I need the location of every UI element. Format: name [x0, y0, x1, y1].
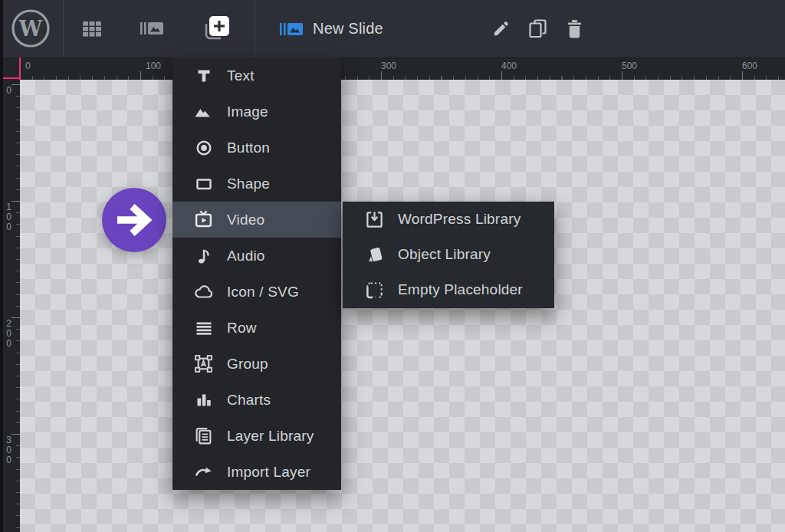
copy-icon: [529, 19, 547, 38]
ruler-label: 0: [25, 61, 31, 71]
menu-item-label: Button: [227, 140, 270, 156]
module-overview-button[interactable]: [81, 18, 103, 39]
horizontal-ruler: 0 100 300 400 500 600: [20, 57, 785, 80]
menu-item-group[interactable]: Group: [172, 346, 341, 382]
toolbar-divider: [255, 0, 255, 57]
toolbar-divider: [63, 0, 64, 57]
menu-item-label: Video: [227, 212, 264, 228]
ruler-label: 100: [146, 61, 161, 71]
slide-editor: W: [0, 0, 785, 532]
add-slide-button[interactable]: [202, 15, 231, 42]
text-icon: [193, 65, 214, 86]
submenu-item-wordpress-library[interactable]: WordPress Library: [343, 202, 554, 237]
menu-item-text[interactable]: Text: [172, 57, 341, 94]
pencil-icon: [492, 20, 510, 38]
menu-item-label: Charts: [227, 392, 271, 409]
menu-item-charts[interactable]: Charts: [172, 382, 341, 418]
horizontal-ruler-major-ticks: [20, 71, 785, 80]
menu-item-label: Row: [227, 320, 257, 337]
import-layer-icon: [193, 461, 214, 482]
new-slide-icon: [279, 21, 304, 38]
submenu-item-object-library[interactable]: Object Library: [343, 237, 554, 272]
add-layer-menu: Text Image Button: [172, 57, 341, 490]
button-icon: [193, 137, 214, 158]
submenu-item-label: Object Library: [398, 246, 491, 263]
wordpress-logo-button[interactable]: W: [11, 8, 51, 48]
ruler-label: 0: [4, 86, 14, 96]
window-left-edge: [0, 0, 3, 532]
menu-item-video[interactable]: Video: [172, 202, 341, 238]
shape-icon: [193, 173, 214, 194]
menu-item-import-layer[interactable]: Import Layer: [172, 454, 341, 490]
slide-title: New Slide: [313, 0, 383, 57]
arrow-right-icon: [102, 188, 166, 252]
menu-item-image[interactable]: Image: [172, 94, 341, 130]
menu-item-label: Icon / SVG: [227, 284, 299, 300]
svg-text:W: W: [18, 17, 43, 41]
ruler-label: 600: [742, 61, 757, 71]
menu-item-label: Import Layer: [227, 464, 310, 481]
tutorial-arrow: [102, 188, 166, 252]
video-icon: [193, 209, 214, 230]
slides-icon: [140, 20, 163, 37]
duplicate-slide-button[interactable]: [528, 18, 547, 38]
grid-icon: [82, 18, 102, 38]
menu-item-layer-library[interactable]: Layer Library: [172, 418, 341, 454]
menu-item-label: Audio: [227, 248, 265, 264]
image-icon: [193, 101, 214, 122]
wordpress-library-icon: [364, 209, 385, 230]
menu-item-audio[interactable]: Audio: [172, 238, 341, 274]
add-slide-icon: [202, 15, 231, 42]
top-toolbar: W: [0, 0, 785, 57]
object-library-icon: [364, 245, 385, 265]
submenu-item-label: Empty Placeholder: [398, 281, 523, 298]
menu-item-label: Shape: [227, 176, 270, 192]
menu-item-label: Text: [227, 67, 255, 84]
wordpress-logo-icon: W: [11, 8, 51, 48]
menu-item-button[interactable]: Button: [172, 130, 341, 166]
submenu-item-empty-placeholder[interactable]: Empty Placeholder: [343, 272, 554, 307]
group-icon: [193, 353, 214, 374]
trash-icon: [567, 19, 583, 38]
delete-slide-button[interactable]: [566, 18, 583, 38]
charts-icon: [193, 389, 214, 410]
ruler-label: 100: [4, 202, 14, 232]
empty-placeholder-icon: [364, 280, 385, 300]
video-submenu: WordPress Library Object Library: [343, 202, 554, 308]
menu-item-label: Group: [227, 356, 268, 373]
menu-item-label: Layer Library: [227, 428, 314, 445]
submenu-item-label: WordPress Library: [398, 211, 521, 228]
menu-item-label: Image: [227, 103, 268, 120]
ruler-label: 400: [501, 61, 517, 71]
ruler-label: 500: [622, 61, 637, 71]
ruler-label: 200: [4, 319, 14, 349]
ruler-label: 300: [381, 61, 396, 71]
edit-slide-button[interactable]: [491, 19, 510, 38]
current-slide-indicator: [279, 20, 304, 38]
cloud-icon: [193, 281, 214, 302]
menu-item-row[interactable]: Row: [172, 310, 341, 346]
layer-library-icon: [193, 425, 214, 446]
menu-item-icon-svg[interactable]: Icon / SVG: [172, 274, 341, 310]
menu-item-shape[interactable]: Shape: [172, 166, 341, 202]
slide-list-button[interactable]: [140, 19, 163, 38]
audio-icon: [193, 245, 214, 266]
ruler-origin-marker: [19, 57, 21, 80]
ruler-label: 300: [4, 435, 14, 465]
row-icon: [193, 317, 214, 338]
